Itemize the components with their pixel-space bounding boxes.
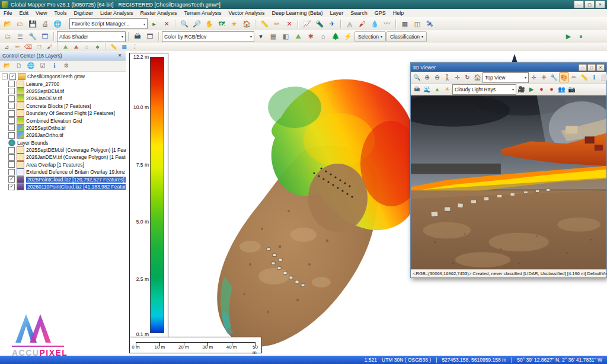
v3d-sky-combo[interactable]: Cloudy Light Rays▾ [452, 84, 516, 95]
layer-visibility-checkbox[interactable] [8, 147, 15, 154]
cc-add-layer-icon[interactable]: 🗋 [14, 61, 24, 71]
v3d-walk-mode-icon[interactable]: 🚶 [442, 72, 452, 82]
layer-row[interactable]: 2025SeptDEM.tif [0, 88, 126, 95]
color-options-chevron-icon[interactable]: ▾ [255, 31, 267, 43]
lidar-color-by-combo[interactable]: Color by RGB/Elev▾ [162, 31, 254, 42]
layer-visibility-checkbox[interactable] [8, 81, 15, 87]
layer-visibility-checkbox[interactable] [8, 124, 15, 131]
v3d-settings-icon[interactable]: 🔧 [549, 72, 559, 82]
lidar-qc-icon[interactable]: ◧ [280, 31, 292, 43]
v3d-zoom-icon[interactable]: 🔍 [412, 72, 422, 82]
favorites-icon[interactable]: ★ [228, 18, 240, 30]
lidar-density-icon[interactable]: ▦ [119, 43, 129, 51]
home-view-icon[interactable]: 🏠 [241, 18, 253, 30]
stop-script-icon[interactable]: ✕ [161, 18, 172, 30]
layer-visibility-checkbox[interactable]: ✓ [8, 176, 15, 183]
cc-check-all-icon[interactable]: ☑ [37, 61, 48, 71]
menu-gps[interactable]: GPS [371, 9, 389, 17]
layer-row[interactable]: Boundary Of Second Flight [2 Features] [0, 110, 126, 117]
show-3d-view-icon[interactable]: 🏔 [132, 31, 143, 43]
close-icon[interactable]: ✕ [116, 52, 123, 59]
minimize-button[interactable]: — [574, 1, 584, 8]
lidar-select-icon[interactable]: ⬚ [34, 43, 44, 51]
layer-visibility-checkbox[interactable] [8, 132, 15, 139]
3d-viewer-title-bar[interactable]: 3D Viewer —▢✕ [411, 63, 606, 72]
v3d-measure-icon[interactable]: 📏 [579, 72, 589, 82]
download-online-data-icon[interactable]: 🌐 [52, 18, 63, 30]
layer-row[interactable]: ✓2025PointCloud.laz [120,792,527 Feature… [0, 175, 126, 183]
layer-row[interactable]: Extended Defence of Britain Overlay 19.k… [0, 168, 126, 175]
menu-lidar-analysis[interactable]: Lidar Analysis [97, 9, 137, 17]
layer-row[interactable]: 2026JanDEM.tif [0, 95, 126, 102]
contour-icon[interactable]: 〰 [381, 18, 393, 30]
layer-visibility-checkbox[interactable]: ✓ [9, 74, 16, 80]
grid-icon[interactable]: ▦ [399, 18, 411, 30]
configuration-icon[interactable]: 🔧 [27, 31, 39, 43]
vegetation-classify-icon[interactable]: 🌲 [330, 31, 341, 43]
powerline-classify-icon[interactable]: ⚡ [342, 31, 354, 43]
cc-options-icon[interactable]: ⚙ [61, 61, 72, 71]
lidar-nonground-icon[interactable]: ⛰ [71, 43, 81, 51]
lidar-vegetation-icon[interactable]: ♣ [92, 43, 103, 51]
3d-viewport[interactable] [411, 95, 606, 269]
chevron-down-icon[interactable]: ▾ [143, 22, 145, 26]
chevron-down-icon[interactable]: ▾ [525, 75, 526, 79]
layer-visibility-checkbox[interactable] [8, 110, 15, 117]
chevron-down-icon[interactable]: ▾ [122, 34, 123, 39]
v3d-zoom-in-icon[interactable]: ⊕ [422, 72, 432, 82]
pause-script-icon[interactable]: ⏸ [575, 31, 587, 43]
image-swipe-icon[interactable]: ◫ [411, 18, 423, 30]
layer-row[interactable]: 2025SeptDEM.tif (Coverage Polygon) [1 Fe… [0, 146, 126, 154]
chevron-down-icon[interactable]: ▾ [250, 34, 252, 39]
layer-row[interactable]: Leisure_27700 [0, 80, 126, 87]
v3d-stop-icon[interactable]: ⏺ [547, 84, 557, 94]
building-classify-icon[interactable]: ⌂ [317, 31, 329, 43]
noise-classify-icon[interactable]: ✱ [305, 31, 317, 43]
v3d-fullscreen-icon[interactable]: ⬜ [599, 72, 607, 82]
v3d-terrain-icon[interactable]: 🏔 [412, 84, 422, 94]
menu-digitizer[interactable]: Digitizer [70, 9, 97, 17]
menu-search[interactable]: Search [347, 9, 371, 17]
v3d-pan-icon[interactable]: ✛ [452, 72, 462, 82]
lidar-building-icon[interactable]: ⌂ [82, 43, 92, 51]
menu-help[interactable]: Help [389, 9, 408, 17]
cc-online-data-icon[interactable]: 🌐 [25, 61, 36, 71]
v3d-orbit-icon[interactable]: ↻ [462, 72, 472, 82]
v3d-mesh-icon[interactable]: ▲ [432, 84, 442, 94]
control-center-header[interactable]: Control Center (16 Layers) ✕ [0, 51, 126, 60]
menu-vector-analysis[interactable]: Vector Analysis [225, 9, 269, 17]
cc-metadata-icon[interactable]: ℹ [49, 61, 60, 71]
layer-visibility-checkbox[interactable]: ✓ [8, 184, 15, 190]
classification-menu-button[interactable]: Classification▾ [386, 31, 427, 42]
full-view-icon[interactable]: 🗺 [216, 18, 228, 30]
menu-layer[interactable]: Layer [327, 9, 347, 17]
shader-combo[interactable]: Atlas Shader▾ [57, 31, 126, 42]
layer-row[interactable]: 2026JanDEM.tif (Coverage Polygon) [1 Fea… [0, 154, 126, 161]
layer-visibility-checkbox[interactable] [8, 154, 15, 161]
3d-viewer-window[interactable]: 3D Viewer —▢✕ 🔍⊕⊖🚶✛↻🏠Top View▾✛✚🔧🎨✏📏ℹ⬜ 🏔… [410, 62, 607, 278]
v3d-minimize-button[interactable]: — [579, 64, 587, 71]
terrain-paint-icon[interactable]: 🖌 [356, 18, 368, 30]
path-profile-icon[interactable]: 📈 [301, 18, 313, 30]
ground-classify-icon[interactable]: ⛰ [292, 31, 304, 43]
v3d-close-button[interactable]: ✕ [596, 64, 605, 71]
v3d-add-feature-icon[interactable]: ✚ [539, 72, 549, 82]
layer-visibility-checkbox[interactable] [8, 103, 15, 109]
mesh-create-icon[interactable]: ◬ [344, 18, 356, 30]
menu-file[interactable]: File [0, 9, 16, 17]
layer-visibility-checkbox[interactable] [8, 161, 15, 168]
map-layout-icon[interactable]: 🗔 [39, 31, 51, 43]
overlay-control-icon[interactable]: ☰ [14, 31, 26, 43]
chevron-down-icon[interactable]: ▾ [512, 87, 514, 91]
lidar-filter-icon[interactable]: ▦ [267, 31, 279, 43]
measure-icon[interactable]: 📏 [258, 18, 270, 30]
menu-tools[interactable]: Tools [50, 9, 70, 17]
v3d-maximize-button[interactable]: ▢ [587, 64, 596, 71]
close-button[interactable]: ✕ [595, 1, 605, 8]
save-workspace-icon[interactable]: 💾 [27, 18, 39, 30]
v3d-info-icon[interactable]: ℹ [589, 72, 599, 82]
selection-menu-button[interactable]: Selection▾ [354, 31, 386, 42]
layer-row[interactable]: ✓20260110PointCloud.laz [41,183,982 Feat… [0, 183, 126, 190]
v3d-color-shader-icon[interactable]: 🎨 [559, 72, 569, 82]
v3d-center-crosshair-icon[interactable]: ✛ [529, 72, 539, 82]
